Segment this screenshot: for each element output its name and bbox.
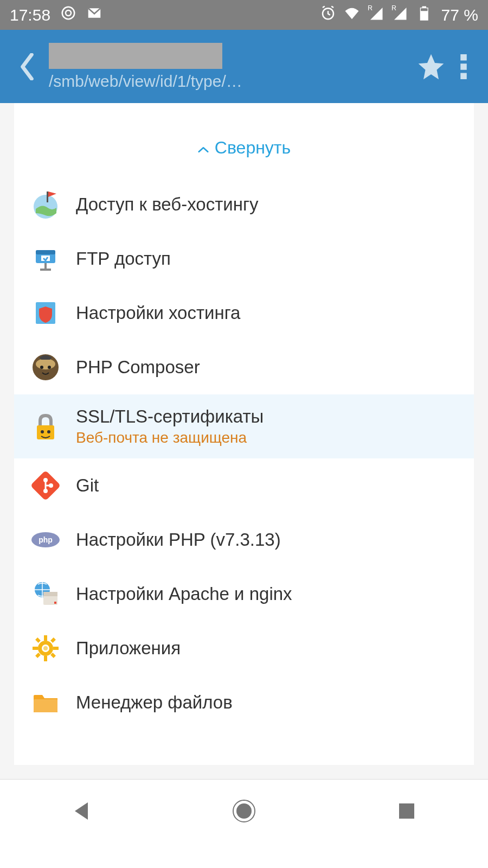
svg-rect-48 <box>34 699 57 712</box>
app-header: /smb/web/view/id/1/type/… <box>0 30 488 103</box>
menu-item-label: PHP Composer <box>76 357 200 378</box>
menu-item-hosting-shield[interactable]: Настройки хостинга <box>14 286 474 340</box>
svg-text:R: R <box>368 5 373 12</box>
hosting-shield-icon <box>30 298 61 328</box>
svg-point-50 <box>236 803 252 819</box>
menu-item-label: Git <box>76 475 99 496</box>
svg-rect-43 <box>50 653 56 658</box>
menu-item-text: Менеджер файлов <box>76 692 233 713</box>
ftp-icon <box>30 244 61 274</box>
svg-rect-18 <box>40 269 51 271</box>
svg-rect-45 <box>35 653 41 658</box>
composer-icon <box>30 352 61 382</box>
folder-icon <box>30 687 61 718</box>
servers-icon <box>30 579 61 609</box>
svg-point-22 <box>40 366 43 369</box>
url-area: /smb/web/view/id/1/type/… <box>49 43 412 91</box>
lock-icon <box>30 411 61 442</box>
gmail-icon <box>86 5 102 25</box>
status-time: 17:58 <box>10 6 50 24</box>
menu-item-label: Настройки PHP (v7.3.13) <box>76 529 281 550</box>
menu-item-label: Приложения <box>76 638 181 659</box>
svg-rect-35 <box>43 592 57 596</box>
gear-icon <box>30 633 61 663</box>
menu-card: Свернуть Доступ к веб-хостингуFTP доступ… <box>14 103 474 765</box>
status-bar: 17:58 R R 77 % <box>0 0 488 30</box>
collapse-row[interactable]: Свернуть <box>14 125 474 168</box>
menu-item-globe-flag[interactable]: Доступ к веб-хостингу <box>14 177 474 232</box>
favorite-button[interactable] <box>412 52 450 82</box>
back-button[interactable] <box>11 53 43 80</box>
svg-rect-10 <box>460 63 467 70</box>
menu-item-label: Настройки хостинга <box>76 303 240 323</box>
menu-item-servers[interactable]: Настройки Apache и nginx <box>14 567 474 621</box>
svg-point-0 <box>62 7 75 20</box>
wifi-icon <box>344 5 360 25</box>
menu-item-text: Настройки PHP (v7.3.13) <box>76 529 281 550</box>
svg-point-26 <box>47 430 50 433</box>
system-nav-bar <box>0 779 488 844</box>
svg-point-25 <box>41 430 44 433</box>
menu-item-git[interactable]: Git <box>14 458 474 513</box>
menu-item-php[interactable]: phpНастройки PHP (v7.3.13) <box>14 513 474 567</box>
signal-icon-1: R <box>368 5 384 25</box>
battery-percent: 77 % <box>441 6 478 24</box>
menu-item-text: Настройки хостинга <box>76 303 240 323</box>
menu-item-label: SSL/TLS-сертификаты <box>76 406 264 427</box>
menu-item-text: Git <box>76 475 99 496</box>
svg-text:php: php <box>38 535 53 544</box>
svg-rect-7 <box>422 7 426 9</box>
svg-rect-42 <box>35 637 41 643</box>
svg-rect-17 <box>44 263 47 269</box>
collapse-label: Свернуть <box>215 138 291 158</box>
menu-item-text: Настройки Apache и nginx <box>76 584 292 604</box>
svg-rect-13 <box>47 192 48 202</box>
menu-item-gear[interactable]: Приложения <box>14 621 474 675</box>
svg-rect-40 <box>33 647 38 650</box>
svg-point-21 <box>36 359 55 369</box>
menu-item-text: Приложения <box>76 638 181 659</box>
svg-rect-8 <box>421 8 428 11</box>
php-icon: php <box>30 525 61 555</box>
menu-item-label: Настройки Apache и nginx <box>76 584 292 604</box>
menu-item-lock[interactable]: SSL/TLS-сертификатыВеб-почта не защищена <box>14 394 474 458</box>
menu-item-text: Доступ к веб-хостингу <box>76 194 259 215</box>
svg-rect-15 <box>36 250 55 254</box>
svg-rect-39 <box>44 656 47 661</box>
svg-text:R: R <box>391 5 396 12</box>
menu-list: Доступ к веб-хостингуFTP доступНастройки… <box>14 177 474 730</box>
nav-recent-button[interactable] <box>394 798 420 826</box>
overflow-menu-button[interactable] <box>450 54 477 79</box>
svg-rect-41 <box>53 647 59 650</box>
menu-item-composer[interactable]: PHP Composer <box>14 340 474 394</box>
signal-icon-2: R <box>391 5 408 25</box>
menu-item-ftp[interactable]: FTP доступ <box>14 232 474 286</box>
menu-item-label: Доступ к веб-хостингу <box>76 194 259 215</box>
globe-flag-icon <box>30 189 61 220</box>
svg-rect-36 <box>54 602 56 604</box>
alarm-icon <box>320 5 336 25</box>
menu-item-label: FTP доступ <box>76 248 171 269</box>
chrome-icon <box>60 5 76 25</box>
menu-item-label: Менеджер файлов <box>76 692 233 713</box>
url-box-redacted[interactable] <box>49 43 222 69</box>
battery-icon <box>415 5 432 25</box>
nav-back-button[interactable] <box>68 798 94 826</box>
svg-rect-38 <box>44 635 47 641</box>
chevron-up-icon <box>197 138 209 158</box>
menu-item-folder[interactable]: Менеджер файлов <box>14 675 474 730</box>
svg-rect-9 <box>460 54 467 61</box>
svg-point-23 <box>48 366 51 369</box>
menu-item-sublabel: Веб-почта не защищена <box>76 429 264 446</box>
menu-item-text: SSL/TLS-сертификатыВеб-почта не защищена <box>76 406 264 446</box>
svg-point-47 <box>43 646 48 650</box>
svg-rect-44 <box>50 637 56 643</box>
svg-point-1 <box>66 10 71 16</box>
url-path: /smb/web/view/id/1/type/… <box>49 72 287 91</box>
svg-rect-51 <box>399 803 414 819</box>
nav-home-button[interactable] <box>231 798 257 826</box>
svg-rect-11 <box>460 73 467 79</box>
git-icon <box>30 470 61 501</box>
menu-item-text: FTP доступ <box>76 248 171 269</box>
menu-item-text: PHP Composer <box>76 357 200 378</box>
